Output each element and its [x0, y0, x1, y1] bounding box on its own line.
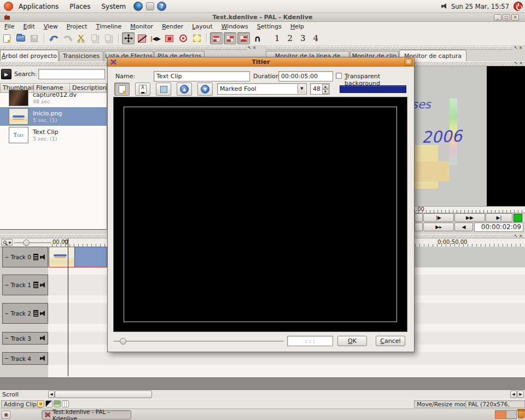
maximize-button[interactable]: □: [503, 14, 510, 21]
panel-menu-system[interactable]: System: [96, 3, 131, 10]
playhead-line[interactable]: [68, 238, 68, 376]
browser-launcher-icon[interactable]: [133, 2, 143, 11]
track-2-header[interactable]: − Track 2: [2, 303, 48, 324]
distro-logo-icon[interactable]: [4, 2, 13, 11]
menu-edit[interactable]: Edit: [19, 23, 39, 30]
collapse-track-icon[interactable]: −: [4, 356, 9, 361]
status-grid-icon[interactable]: [62, 400, 69, 407]
menu-view[interactable]: View: [39, 23, 62, 30]
play-section-button[interactable]: ▶▸: [423, 223, 454, 231]
dialog-titlebar[interactable]: Titler ×: [108, 57, 414, 67]
spacer-tool-button[interactable]: |◀▶: [149, 32, 162, 44]
hscroll-left-button[interactable]: ◀: [510, 390, 517, 398]
scroll-thumb[interactable]: [55, 390, 152, 398]
save-project-button[interactable]: [28, 32, 40, 44]
screenshot-tool-icon[interactable]: [146, 2, 154, 10]
new-project-button[interactable]: [1, 32, 13, 44]
dock-handle[interactable]: [0, 46, 247, 50]
duration-input[interactable]: 00:00:05:00: [278, 71, 333, 81]
monitor-button-stub[interactable]: [415, 213, 423, 222]
paste-button[interactable]: [102, 32, 115, 44]
dock-handle[interactable]: [266, 46, 513, 50]
monitor-ruler[interactable]: .00: [415, 206, 525, 213]
copy-button[interactable]: [89, 32, 101, 44]
undo-button[interactable]: [48, 32, 60, 44]
transparent-checkbox[interactable]: [336, 73, 342, 79]
track-1-header[interactable]: − Track 1: [2, 275, 48, 295]
zoom-slider-handle[interactable]: [23, 240, 30, 246]
panel-menu-applications[interactable]: Applications: [13, 3, 64, 10]
record-region-button[interactable]: [177, 32, 189, 44]
spin-up-icon[interactable]: ▲: [322, 84, 329, 89]
font-select[interactable]: Marked Fool ▼: [217, 83, 307, 95]
guide-1-button[interactable]: 1: [275, 33, 280, 43]
lower-object-button[interactable]: ▼: [197, 83, 213, 96]
guide-3-button[interactable]: 3: [300, 33, 306, 43]
collapse-track-icon[interactable]: −: [4, 336, 9, 341]
minimize-button[interactable]: _: [494, 14, 501, 21]
help-icon[interactable]: ?: [157, 2, 166, 11]
track-4-header[interactable]: − Track 4: [2, 352, 48, 365]
clip-row-inicio[interactable]: Inicio.png 5 sec. (1): [0, 107, 107, 126]
text-color-swatch[interactable]: [340, 85, 406, 93]
new-title-button[interactable]: [114, 83, 130, 96]
add-text-button[interactable]: A▬: [135, 83, 150, 96]
add-rect-button[interactable]: [156, 83, 171, 96]
coords-field[interactable]: : : :: [287, 336, 333, 346]
show-thumbnails-button[interactable]: [210, 32, 223, 44]
workspace-2[interactable]: [506, 411, 517, 418]
show-markers-button[interactable]: [237, 32, 250, 44]
clip-row-capture012[interactable]: capture012.dv 48 sec: [0, 89, 107, 107]
ok-button[interactable]: OK: [337, 336, 367, 346]
timecode-display[interactable]: 00:00:02:09: [474, 223, 523, 232]
tab-transitions[interactable]: Transiciones: [59, 51, 103, 61]
raise-object-button[interactable]: ▲: [177, 83, 192, 96]
frame-back-button[interactable]: ◀: [454, 223, 473, 231]
tab-project-tree[interactable]: Árbol del proyecto: [0, 50, 59, 61]
forward-button[interactable]: ▶▶: [454, 213, 485, 222]
cancel-button[interactable]: Cancel: [376, 336, 405, 346]
open-project-button[interactable]: [14, 32, 27, 44]
show-audio-thumbs-button[interactable]: [224, 32, 236, 44]
canvas-zoom-slider[interactable]: [113, 341, 284, 342]
dock-controls[interactable]: ↖×: [514, 234, 523, 238]
task-button-kdenlive[interactable]: Test.kdenlive - PAL - Kdenlive: [42, 410, 131, 419]
menu-layout[interactable]: Layout: [188, 23, 217, 30]
zoom-slider[interactable]: [14, 242, 51, 244]
guide-4-button[interactable]: 4: [313, 33, 319, 43]
window-titlebar[interactable]: Test.kdenlive - PAL - Kdenlive _ □ ×: [0, 13, 525, 22]
search-input[interactable]: [38, 69, 105, 79]
status-color-icon[interactable]: [37, 400, 44, 407]
dock-controls[interactable]: ↖×: [515, 61, 524, 66]
menu-timeline[interactable]: Timeline: [92, 23, 126, 30]
collapse-track-icon[interactable]: −: [4, 283, 9, 288]
close-button[interactable]: ×: [511, 14, 519, 21]
panel-menu-places[interactable]: Places: [64, 3, 96, 10]
menu-file[interactable]: File: [0, 23, 19, 30]
menu-windows[interactable]: Windows: [217, 23, 253, 30]
spin-down-icon[interactable]: ▼: [322, 89, 329, 94]
workspace-1[interactable]: [495, 411, 506, 418]
scroll-left-button[interactable]: ◀: [48, 390, 55, 398]
menu-render[interactable]: Render: [158, 23, 188, 30]
shutdown-icon[interactable]: [514, 2, 523, 11]
track-0-header[interactable]: − Track 0: [2, 247, 48, 267]
timeline-clip-inicio[interactable]: [49, 247, 107, 267]
font-size-spinner[interactable]: 48 ▲▼: [310, 83, 330, 95]
clock[interactable]: Sun 25 Mar, 15:57: [448, 3, 514, 10]
canvas-zoom-handle[interactable]: [120, 338, 126, 345]
menu-help[interactable]: Help: [286, 23, 308, 30]
collapse-track-icon[interactable]: −: [4, 311, 9, 316]
move-tool-button[interactable]: [122, 32, 135, 44]
razor-tool-button[interactable]: [136, 32, 148, 44]
clear-search-button[interactable]: ▶: [1, 69, 11, 79]
track-4-lane[interactable]: [48, 352, 525, 365]
dock-handle[interactable]: [0, 61, 107, 66]
status-contrast-icon[interactable]: [45, 400, 52, 407]
snap-button[interactable]: ∩: [251, 32, 264, 44]
title-canvas[interactable]: [113, 97, 407, 332]
monitor-button-stub[interactable]: [415, 223, 423, 231]
selection-zone-button[interactable]: [190, 32, 203, 44]
status-image-icon[interactable]: [54, 400, 61, 407]
zoom-button[interactable]: ▼: [1, 239, 13, 246]
